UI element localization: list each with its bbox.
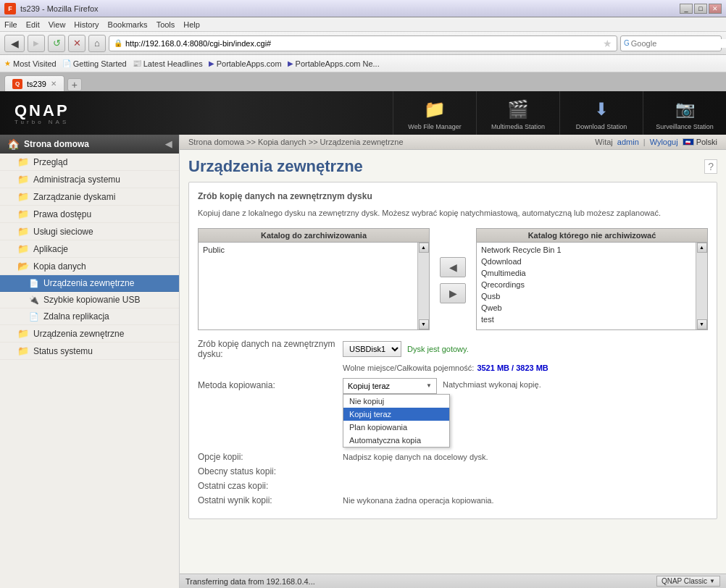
qnap-classic-btn[interactable]: QNAP Classic ▼ (656, 576, 720, 587)
menu-tools[interactable]: Tools (157, 20, 175, 29)
content-area: Urządzenia zewnętrzne ? Zrób kopię danyc… (180, 150, 726, 574)
sidebar-item-usb-copy[interactable]: 🔌 Szybkie kopiowanie USB (0, 292, 179, 308)
breadcrumb-user[interactable]: admin (617, 138, 639, 146)
sidebar-collapse-icon[interactable]: ◀ (165, 139, 172, 149)
bookmark-latest-headlines[interactable]: 📰 Latest Headlines (133, 59, 203, 68)
home-btn[interactable]: ⌂ (88, 35, 106, 52)
bookmark-portableapps[interactable]: ▶ PortableApps.com (209, 59, 282, 68)
new-tab-btn[interactable]: + (67, 78, 82, 91)
address-bar[interactable]: 🔒 ★ (109, 35, 617, 51)
dropdown-arrow-icon: ▼ (426, 382, 432, 389)
form-freespace-row: Wolne miejsce/Całkowita pojemność: 3521 … (198, 364, 708, 372)
help-icon[interactable]: ? (704, 159, 717, 174)
bookmark-portableapps2-icon: ▶ (288, 59, 293, 67)
disk-select[interactable]: USBDisk1 (343, 341, 401, 357)
last-time-label: Ostatni czas kopii: (198, 481, 343, 491)
sidebar-item-admin-sys[interactable]: 📁 Administracja systemu (0, 171, 179, 188)
status-bar: Transferring data from 192.168.0.4... QN… (180, 574, 726, 588)
maximize-btn[interactable]: □ (694, 4, 707, 14)
dest-item-4[interactable]: Qusb (478, 290, 694, 302)
security-icon: 🔒 (114, 39, 122, 47)
copy-status-desc: Nie wykonana żadna operacja kopiowania. (343, 496, 494, 505)
method-selected-text: Kopiuj teraz (348, 382, 390, 390)
folder-icon: 📁 (17, 156, 29, 167)
search-input[interactable] (631, 39, 726, 48)
sidebar-item-backup[interactable]: 📂 Kopia danych (0, 258, 179, 275)
qnap-classic-arrow: ▼ (709, 578, 715, 584)
breadcrumb-welcome: Witaj (595, 138, 612, 146)
back-btn[interactable]: ◀ (4, 35, 25, 52)
language-selector[interactable]: 🇵🇱 Polski (683, 138, 717, 146)
dropdown-option-plan[interactable]: Plan kopiowania (343, 421, 449, 434)
scroll-down-icon[interactable]: ▼ (419, 319, 429, 329)
bookmark-portableapps-icon: ▶ (209, 59, 214, 67)
dest-item-5[interactable]: Qweb (478, 302, 694, 314)
nav-download-station[interactable]: ⬇ Download Station (559, 91, 643, 135)
close-btn[interactable]: ✕ (709, 4, 722, 14)
tab-close-icon[interactable]: ✕ (51, 80, 57, 88)
source-listbox[interactable]: Public (199, 243, 417, 329)
move-left-btn[interactable]: ◀ (440, 257, 466, 277)
free-space-value: 3521 MB / 3823 MB (477, 364, 548, 372)
dest-catalog-wrapper: Katalog którego nie archiwizować Network… (476, 228, 708, 330)
folder-open-icon: 📂 (17, 261, 29, 272)
sidebar-item-ext-devices[interactable]: 📁 Urządzenia zewnętrzne (0, 325, 179, 343)
dest-item-0[interactable]: Network Recycle Bin 1 (478, 244, 694, 256)
sidebar-item-apps[interactable]: 📁 Aplikacje (0, 240, 179, 258)
nav-multimedia-station[interactable]: 🎬 Multimedia Station (476, 91, 559, 135)
menu-history[interactable]: History (74, 20, 99, 29)
dest-item-6[interactable]: test (478, 314, 694, 325)
tab-favicon: Q (12, 79, 22, 89)
language-flag-icon: 🇵🇱 (683, 138, 694, 146)
current-status-label: Obecny status kopii: (198, 466, 343, 476)
dest-listbox[interactable]: Network Recycle Bin 1 Qdownload Qmultime… (477, 243, 696, 329)
tab-ts239[interactable]: Q ts239 ✕ (4, 75, 64, 91)
source-catalog-box: Public ▲ ▼ (198, 242, 430, 330)
move-right-btn[interactable]: ▶ (440, 283, 466, 303)
home-sidebar-icon: 🏠 (7, 138, 20, 150)
dest-scroll-up-icon[interactable]: ▲ (697, 243, 707, 253)
nav-web-file-manager[interactable]: 📁 Web File Manager (393, 91, 476, 135)
menu-file[interactable]: File (4, 20, 17, 29)
address-input[interactable] (125, 39, 600, 48)
nav-surveillance-station[interactable]: 📷 Surveillance Station (643, 91, 726, 135)
sidebar-item-system-status[interactable]: 📁 Status systemu (0, 343, 179, 360)
bookmark-doc-icon: 📄 (62, 59, 71, 67)
dropdown-option-kopiuj-teraz[interactable]: Kopiuj teraz (343, 408, 449, 421)
dest-item-2[interactable]: Qmultimedia (478, 267, 694, 279)
scroll-up-icon[interactable]: ▲ (419, 243, 429, 253)
form-disk-value: USBDisk1 Dysk jest gotowy. (343, 341, 469, 357)
logout-link[interactable]: Wyloguj (650, 138, 678, 146)
stop-btn[interactable]: ✕ (68, 35, 85, 52)
method-dropdown-selected[interactable]: Kopiuj teraz ▼ (343, 378, 437, 394)
status-text: Transferring data from 192.168.0.4... (185, 577, 315, 586)
dest-item-3[interactable]: Qrecordings (478, 279, 694, 290)
menu-view[interactable]: View (49, 20, 66, 29)
sidebar-item-ext-devices-sub[interactable]: 📄 Urządzenia zewnętrzne (0, 275, 179, 292)
dest-scroll-down-icon[interactable]: ▼ (697, 319, 707, 329)
dropdown-option-nie-kopiuj[interactable]: Nie kopiuj (343, 395, 449, 408)
sidebar-item-przeglad[interactable]: 📁 Przegląd (0, 154, 179, 171)
form-options-row: Opcje kopii: Nadpisz kopię danych na doc… (198, 452, 708, 462)
dropdown-option-auto[interactable]: Automatyczna kopia (343, 434, 449, 447)
sidebar-item-remote-rep[interactable]: 📄 Zdalna replikacja (0, 308, 179, 325)
bookmark-getting-started[interactable]: 📄 Getting Started (62, 59, 127, 68)
folder-icon-7: 📁 (17, 328, 29, 339)
source-item-public[interactable]: Public (200, 244, 416, 256)
forward-btn[interactable]: ▶ (28, 35, 45, 52)
menu-edit[interactable]: Edit (26, 20, 40, 29)
sidebar-item-network-svcs[interactable]: 📁 Usługi sieciowe (0, 223, 179, 240)
dest-item-1[interactable]: Qdownload (478, 256, 694, 267)
multimedia-label: Multimedia Station (491, 123, 545, 130)
qnap-header: QNAP Turbo NAS 📁 Web File Manager 🎬 Mult… (0, 91, 726, 135)
minimize-btn[interactable]: _ (680, 4, 693, 14)
sidebar-item-access[interactable]: 📁 Prawa dostępu (0, 206, 179, 223)
bookmark-most-visited[interactable]: ★ Most Visited (4, 59, 57, 68)
browser-favicon: F (4, 3, 16, 14)
bookmark-portableapps-ne[interactable]: ▶ PortableApps.com Ne... (288, 59, 380, 68)
menu-bookmarks[interactable]: Bookmarks (108, 20, 148, 29)
star-icon[interactable]: ★ (603, 38, 612, 49)
reload-btn[interactable]: ↺ (48, 35, 65, 52)
menu-help[interactable]: Help (183, 20, 200, 29)
sidebar-item-disk-mgmt[interactable]: 📁 Zarządzanie dyskami (0, 188, 179, 206)
